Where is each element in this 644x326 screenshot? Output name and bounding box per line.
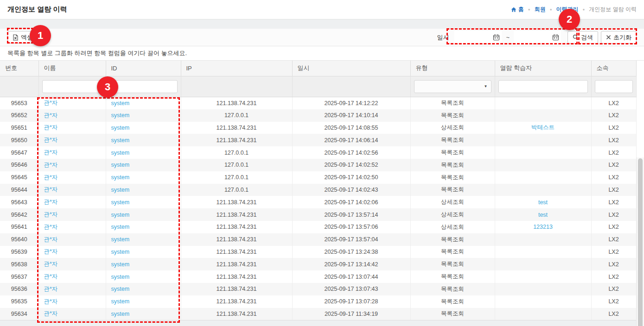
table-row[interactable]: 95644 관*자 system 127.0.0.1 2025-09-17 14…	[0, 184, 636, 196]
vertical-scrollbar[interactable]	[636, 157, 644, 326]
org-filter-input[interactable]	[595, 80, 633, 93]
date-from-calendar-button[interactable]	[491, 31, 502, 44]
excel-export-button[interactable]: 엑셀	[7, 31, 38, 44]
date-to-input[interactable]	[514, 31, 550, 43]
viewer-link[interactable]: 123213	[495, 221, 591, 233]
viewer-link[interactable]: test	[495, 208, 591, 221]
name-link[interactable]: 관*자	[38, 208, 106, 221]
breadcrumb-home[interactable]: 홈	[511, 6, 524, 13]
cell-datetime: 2025-09-17 14:02:06	[292, 196, 410, 208]
table-row[interactable]: 95650 관*자 system 121.138.74.231 2025-09-…	[0, 134, 636, 146]
name-link[interactable]: 관*자	[38, 283, 106, 295]
id-link[interactable]: system	[106, 184, 181, 196]
name-link[interactable]: 관*자	[38, 308, 106, 320]
id-link[interactable]: system	[106, 208, 181, 221]
id-link[interactable]: system	[106, 97, 181, 109]
name-link[interactable]: 관*자	[38, 171, 106, 184]
cell-datetime: 2025-09-17 13:14:42	[292, 258, 410, 270]
type-filter-dropdown[interactable]: ▼	[414, 80, 491, 93]
reset-button[interactable]: 초기화	[601, 31, 637, 44]
id-link[interactable]: system	[106, 196, 181, 208]
column-header-viewer[interactable]: 열람 학습자	[495, 61, 591, 76]
name-link[interactable]: 관*자	[38, 184, 106, 196]
table-row[interactable]: 95637 관*자 system 121.138.74.231 2025-09-…	[0, 270, 636, 283]
column-header-no[interactable]: 번호	[0, 61, 38, 76]
date-to-calendar-button[interactable]	[550, 31, 561, 44]
name-link[interactable]: 관*자	[38, 97, 106, 109]
table-row[interactable]: 95634 관*자 system 121.138.74.231 2025-09-…	[0, 308, 636, 320]
name-link[interactable]: 관*자	[38, 233, 106, 246]
id-link[interactable]: system	[106, 146, 181, 159]
breadcrumb-history-management[interactable]: 이력관리	[556, 6, 578, 13]
name-link[interactable]: 관*자	[38, 122, 106, 134]
page-title: 개인정보 열람 이력	[7, 5, 67, 14]
table-row[interactable]: 95647 관*자 system 127.0.0.1 2025-09-17 14…	[0, 146, 636, 159]
id-filter-input[interactable]	[109, 80, 178, 93]
viewer-link[interactable]: test	[495, 196, 591, 208]
id-link[interactable]: system	[106, 295, 181, 308]
column-header-datetime[interactable]: 일시	[292, 61, 410, 76]
viewer-cell	[495, 97, 591, 109]
id-link[interactable]: system	[106, 159, 181, 171]
breadcrumb-current: 개인정보 열람 이력	[589, 6, 637, 13]
cell-datetime: 2025-09-17 13:57:04	[292, 233, 410, 246]
name-link[interactable]: 관*자	[38, 159, 106, 171]
table-row[interactable]: 95645 관*자 system 127.0.0.1 2025-09-17 14…	[0, 171, 636, 184]
id-link[interactable]: system	[106, 283, 181, 295]
id-link[interactable]: system	[106, 221, 181, 233]
name-link[interactable]: 관*자	[38, 221, 106, 233]
cell-type: 목록조회	[410, 246, 495, 258]
column-header-type[interactable]: 유형	[410, 61, 495, 76]
cell-ip: 121.138.74.231	[181, 196, 292, 208]
cell-ip: 121.138.74.231	[181, 258, 292, 270]
cell-ip: 121.138.74.231	[181, 134, 292, 146]
column-header-org[interactable]: 소속	[591, 61, 636, 76]
date-from-input[interactable]	[454, 31, 491, 43]
column-header-id[interactable]: ID	[106, 61, 181, 76]
table-row[interactable]: 95640 관*자 system 121.138.74.231 2025-09-…	[0, 233, 636, 246]
id-link[interactable]: system	[106, 134, 181, 146]
name-filter-input[interactable]	[42, 80, 102, 93]
name-link[interactable]: 관*자	[38, 270, 106, 283]
id-link[interactable]: system	[106, 122, 181, 134]
id-link[interactable]: system	[106, 246, 181, 258]
id-link[interactable]: system	[106, 258, 181, 270]
cell-org: LX2	[591, 208, 636, 221]
name-link[interactable]: 관*자	[38, 295, 106, 308]
name-link[interactable]: 관*자	[38, 196, 106, 208]
name-link[interactable]: 관*자	[38, 134, 106, 146]
id-link[interactable]: system	[106, 109, 181, 122]
table-row[interactable]: 95652 관*자 system 127.0.0.1 2025-09-17 14…	[0, 109, 636, 122]
viewer-filter-input[interactable]	[498, 80, 588, 93]
id-link[interactable]: system	[106, 171, 181, 184]
name-link[interactable]: 관*자	[38, 258, 106, 270]
table-row[interactable]: 95641 관*자 system 121.138.74.231 2025-09-…	[0, 221, 636, 233]
search-button[interactable]: 검색	[567, 31, 598, 44]
id-link[interactable]: system	[106, 270, 181, 283]
id-link[interactable]: system	[106, 233, 181, 246]
column-header-name[interactable]: 이름	[38, 61, 106, 76]
name-link[interactable]: 관*자	[38, 246, 106, 258]
table-row[interactable]: 95636 관*자 system 121.138.74.231 2025-09-…	[0, 283, 636, 295]
viewer-link[interactable]: 박테스트	[495, 122, 591, 134]
name-link[interactable]: 관*자	[38, 109, 106, 122]
table-row[interactable]: 95639 관*자 system 121.138.74.231 2025-09-…	[0, 246, 636, 258]
table-row[interactable]: 95651 관*자 system 121.138.74.231 2025-09-…	[0, 122, 636, 134]
scrollbar-thumb[interactable]	[638, 158, 643, 326]
table-row[interactable]: 95646 관*자 system 127.0.0.1 2025-09-17 14…	[0, 159, 636, 171]
table-row[interactable]: 95653 관*자 system 121.138.74.231 2025-09-…	[0, 97, 636, 109]
cell-type: 목록조회	[410, 146, 495, 159]
table-row[interactable]: 95638 관*자 system 121.138.74.231 2025-09-…	[0, 258, 636, 270]
id-link[interactable]: system	[106, 308, 181, 320]
cell-datetime: 2025-09-17 13:07:43	[292, 283, 410, 295]
group-by-drop-zone[interactable]: 목록을 항목 별로 그룹화 하려면 항목 컬럼을 여기다 끌어 놓으세요.	[0, 46, 644, 61]
cell-type: 상세조회	[410, 122, 495, 134]
table-row[interactable]: 95643 관*자 system 121.138.74.231 2025-09-…	[0, 196, 636, 208]
breadcrumb-section[interactable]: 회원	[535, 6, 546, 13]
name-link[interactable]: 관*자	[38, 146, 106, 159]
table-row[interactable]: 95635 관*자 system 121.138.74.231 2025-09-…	[0, 295, 636, 308]
cell-org: LX2	[591, 221, 636, 233]
table-row[interactable]: 95642 관*자 system 121.138.74.231 2025-09-…	[0, 208, 636, 221]
column-header-ip[interactable]: IP	[181, 61, 292, 76]
cell-no: 95643	[0, 196, 38, 208]
